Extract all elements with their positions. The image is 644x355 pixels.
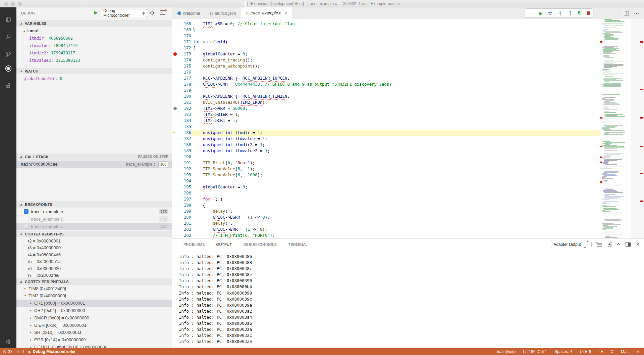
variable-row[interactable]: itmdir2: 1799478117 [16,49,172,57]
close-panel-icon[interactable]: × [636,241,639,248]
call-stack-frame[interactable]: main@0x080003ae trace_example.c 186 [16,161,172,168]
extensions-icon[interactable] [0,79,16,93]
breakpoint-row[interactable]: ✓ trace_example.c 173 [16,208,172,215]
step-into-button[interactable] [557,10,563,16]
explorer-icon[interactable] [0,12,16,27]
ruler-error-mark [640,146,643,147]
variable-row[interactable]: itmdir: 4066950602 [16,35,172,42]
keymap-indicator[interactable]: Mac [621,349,629,354]
watch-section-header[interactable]: ◢WATCH [16,68,172,74]
breakpoint-checkbox[interactable] [24,224,29,229]
breakpoint-dot[interactable] [173,107,177,110]
step-out-button[interactable] [568,10,573,16]
clear-output-icon[interactable] [597,243,602,247]
minimap[interactable] [600,19,631,238]
minimap-line [603,104,620,105]
peripheral-row[interactable]: ▾TIM2 [0x40000000] [16,292,172,300]
line-number: 189 [178,148,191,154]
panel-tab-problems[interactable]: PROBLEMS [183,241,206,248]
minimap-line [604,140,615,140]
register-row[interactable]: r3 = 0x40000000 [16,244,172,252]
debug-config-dropdown[interactable]: Debug Microcontroller [101,9,147,17]
line-number: 200 [178,214,191,220]
start-debug-button[interactable]: ▶ [94,10,98,15]
peripheral-row[interactable]: ▸CR2 [0x04] = 0x00000000 [16,307,172,314]
breakpoint-checkbox[interactable]: ✓ [24,209,29,214]
cursor-position[interactable]: Ln 186, Col 1 [523,349,547,354]
minimap-line [605,198,618,199]
tab-label: launch.json [215,11,236,16]
minimap-line [605,20,620,21]
variable-row[interactable]: itmvalue2: 3815390123 [16,57,172,64]
minimap-line [605,29,609,30]
breakpoint-row[interactable]: trace_example.c 182 [16,215,172,223]
continue-button[interactable]: ▶ [539,11,543,16]
breakpoint-row[interactable]: trace_example.c 207 [16,223,172,230]
call-stack-section-header[interactable]: ◢CALL STACK PAUSED ON STEP [16,153,172,160]
minimap-line [604,31,620,32]
search-icon[interactable] [0,30,16,44]
source-control-icon[interactable] [0,47,16,62]
indentation-indicator[interactable]: Spaces: 4 [554,349,572,354]
peripheral-row[interactable]: ▸CCMR1_Output [0x18] = 0x00000000 [16,343,172,348]
minimap-line [604,61,623,61]
close-tab-icon[interactable]: × [284,11,287,16]
breakpoints-section-header[interactable]: ◢BREAKPOINTS [16,201,172,208]
tab-launch-json[interactable]: {} launch.json [205,7,241,19]
code-editor[interactable]: 168 TIM2->SR = 0; // Clear interrupt fla… [172,19,644,238]
minimap-line [604,156,610,157]
tab-welcome[interactable]: Welcome [172,7,205,19]
minimap-line [605,194,615,195]
symbol-indicator[interactable]: main(void) [497,349,516,354]
minimap-line [603,191,618,192]
peripheral-row[interactable]: ▸DIER [0x0c] = 0x00000001 [16,321,172,329]
peripheral-row[interactable]: ▸EGR [0x14] = 0x00000000 [16,336,172,344]
breakpoint-checkbox[interactable] [24,217,29,221]
peripheral-row[interactable]: ▸SMCR [0x08] = 0x00000000 [16,314,172,321]
problems-status[interactable]: ⊘23 ⚠0 [3,349,24,354]
encoding-indicator[interactable]: UTF-8 [580,349,591,354]
split-editor-icon[interactable] [624,11,629,15]
toolbar-drag-handle[interactable]: ⋮⋮ [528,11,535,15]
watch-row[interactable]: globalCounter: 0 [16,75,172,82]
cortex-registers-section-header[interactable]: ◢CORTEX REGISTERS [16,231,172,237]
restart-button[interactable]: ↻ [578,10,582,16]
language-indicator[interactable]: C [610,349,613,354]
register-row[interactable]: r7 = 0x20001fe8 [16,272,172,279]
debug-icon[interactable] [0,61,16,76]
output-line: Info : halted: PC: 0x0800038c [179,266,252,272]
stop-button[interactable] [587,11,590,15]
minimap-line [605,116,625,117]
panel-tab-output[interactable]: OUTPUT [216,241,233,248]
register-row[interactable]: r4 = 0x080004d6 [16,251,172,258]
output-line: Info : halted: PC: 0x0800039e [179,302,252,308]
peripheral-row[interactable]: ▸SR [0x10] = 0x0000001f [16,329,172,336]
variables-section-header[interactable]: ◢VARIABLES [16,20,172,27]
tab-trace-example[interactable]: C trace_example.c × [241,7,292,19]
peripheral-row[interactable]: ▸CR1 [0x00] = 0x00000001 [16,300,172,307]
register-row[interactable]: r6 = 0x00000020 [16,265,172,272]
breakpoint-dot[interactable] [173,52,177,56]
panel-layout-icon[interactable] [626,242,631,247]
unlock-scroll-icon[interactable] [608,244,611,247]
step-over-button[interactable] [547,10,553,16]
feedback-smiley-icon[interactable]: ☺ [636,349,640,354]
variables-scope-row[interactable]: ◢Local [16,27,172,35]
debug-console-toggle-icon[interactable]: ›_ [160,10,165,15]
configure-gear-icon[interactable]: ⚙ [150,10,154,16]
minimap-line [604,137,621,137]
variable-row[interactable]: itmvalue: 1898457419 [16,42,172,49]
maximize-panel-icon[interactable] [616,243,620,247]
peripheral-row[interactable]: ▸TIM8 [0x40013400] [16,285,172,292]
more-actions-icon[interactable]: ··· [634,11,639,16]
eol-indicator[interactable]: LF [598,349,603,354]
panel-tab-debug-console[interactable]: DEBUG CONSOLE [243,241,278,248]
cortex-peripherals-section-header[interactable]: ◢CORTEX PERIPHERALS [16,278,172,285]
register-row[interactable]: r2 = 0x00000001 [16,237,172,245]
register-row[interactable]: r5 = 0x2000051a [16,258,172,265]
debug-status[interactable]: ▶ Debug Microcontroller [29,349,76,354]
output-channel-dropdown[interactable]: Adapter Output [551,241,591,248]
settings-gear-icon[interactable]: ⚙ [0,338,16,346]
panel-tab-terminal[interactable]: TERMINAL [287,241,308,248]
overview-ruler[interactable] [631,19,644,238]
